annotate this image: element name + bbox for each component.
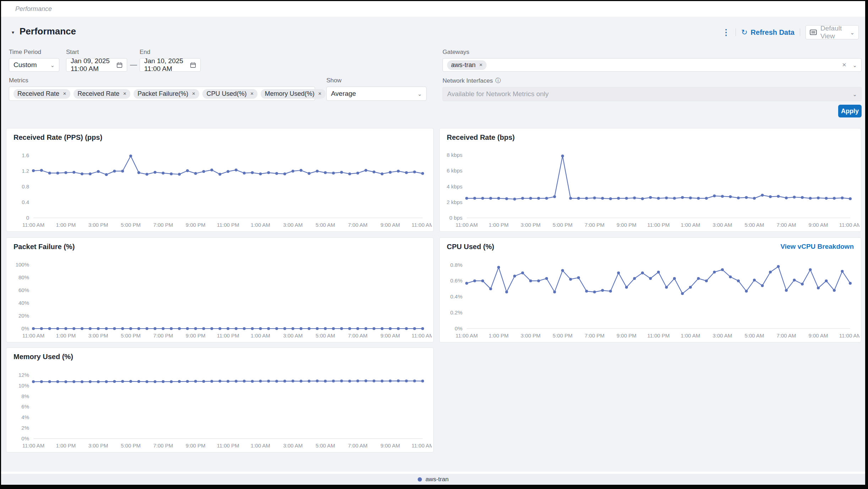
show-value: Average — [331, 90, 356, 98]
legend-series-label[interactable]: aws-tran — [425, 476, 449, 483]
svg-text:0.2%: 0.2% — [450, 309, 462, 315]
svg-text:1:00 PM: 1:00 PM — [489, 222, 509, 228]
svg-text:0.4: 0.4 — [22, 199, 29, 205]
remove-chip-icon[interactable]: ✕ — [250, 91, 254, 96]
svg-text:1.2: 1.2 — [22, 168, 29, 174]
svg-text:2%: 2% — [21, 425, 29, 431]
svg-text:1:00 PM: 1:00 PM — [56, 333, 76, 339]
metric-chip: Memory Used(%) ✕ — [261, 89, 325, 99]
svg-text:11:00 PM: 11:00 PM — [647, 222, 669, 228]
end-date-input[interactable]: Jan 10, 2025 11:00 AM — [140, 58, 201, 72]
svg-text:7:00 AM: 7:00 AM — [776, 333, 796, 339]
chart-title: Received Rate (bps) — [447, 133, 515, 142]
svg-text:0 bps: 0 bps — [449, 215, 462, 221]
end-date-field: End Jan 10, 2025 11:00 AM — [140, 49, 201, 72]
packet-failure-chart[interactable]: 100%80%60%40%20%0%11:00 AM1:00 PM3:00 PM… — [9, 253, 432, 341]
gateways-field: Gateways aws-tran ✕ ✕ ⌄ — [443, 49, 862, 72]
svg-text:5:00 AM: 5:00 AM — [744, 222, 764, 228]
legend-series-dot[interactable] — [418, 477, 422, 482]
page-title: Performance — [20, 26, 76, 37]
svg-text:3:00 PM: 3:00 PM — [88, 443, 108, 449]
remove-chip-icon[interactable]: ✕ — [192, 91, 195, 96]
metric-chip-label: CPU Used(%) — [206, 90, 246, 98]
svg-text:0%: 0% — [455, 325, 462, 331]
collapse-caret-icon[interactable]: ▾ — [12, 29, 14, 35]
svg-text:0.6%: 0.6% — [450, 278, 462, 284]
svg-text:8 kbps: 8 kbps — [447, 152, 462, 158]
remove-chip-icon[interactable]: ✕ — [63, 91, 66, 96]
remove-chip-icon[interactable]: ✕ — [479, 62, 483, 67]
svg-text:5:00 AM: 5:00 AM — [315, 333, 335, 339]
calendar-icon[interactable] — [190, 62, 196, 68]
remove-chip-icon[interactable]: ✕ — [318, 91, 322, 96]
clear-field-icon[interactable]: ✕ — [842, 62, 847, 68]
svg-text:7:00 PM: 7:00 PM — [153, 222, 173, 228]
svg-text:1:00 AM: 1:00 AM — [251, 443, 270, 449]
metrics-input[interactable]: Received Rate ✕ Received Rate ✕ Packet F… — [9, 87, 315, 101]
gateway-chip-label: aws-tran — [451, 61, 476, 69]
gateways-label: Gateways — [443, 49, 862, 56]
start-date-value: Jan 09, 2025 11:00 AM — [71, 57, 116, 73]
metric-chip: Packet Failure(%) ✕ — [134, 89, 199, 99]
svg-text:11:00 AM: 11:00 AM — [839, 333, 859, 339]
svg-text:9:00 PM: 9:00 PM — [186, 222, 206, 228]
chart-title: Packet Failure (%) — [13, 243, 75, 251]
svg-text:7:00 PM: 7:00 PM — [153, 443, 173, 449]
kebab-menu-icon[interactable]: ⋮ — [722, 28, 730, 37]
svg-text:7:00 PM: 7:00 PM — [585, 222, 604, 228]
svg-text:5:00 PM: 5:00 PM — [553, 222, 573, 228]
svg-text:0.8: 0.8 — [22, 183, 29, 189]
refresh-data-button[interactable]: ↻ Refresh Data — [741, 28, 794, 37]
show-field: Show Average ⌄ — [326, 77, 427, 101]
time-period-label: Time Period — [9, 49, 59, 56]
cpu-used-chart[interactable]: 0.8%0.6%0.4%0.2%0%11:00 AM1:00 PM3:00 PM… — [442, 253, 859, 341]
gateways-input[interactable]: aws-tran ✕ ✕ ⌄ — [443, 58, 862, 72]
apply-button[interactable]: Apply — [838, 105, 862, 117]
svg-text:0%: 0% — [21, 325, 29, 331]
info-icon[interactable]: ⓘ — [495, 77, 501, 84]
svg-text:6 kbps: 6 kbps — [447, 167, 462, 174]
show-select[interactable]: Average ⌄ — [326, 87, 427, 101]
svg-text:1.6: 1.6 — [22, 152, 29, 158]
svg-text:7:00 AM: 7:00 AM — [348, 222, 368, 228]
svg-text:9:00 AM: 9:00 AM — [808, 222, 828, 228]
view-selector[interactable]: Default View ⌄ — [805, 25, 859, 39]
svg-text:11:00 AM: 11:00 AM — [456, 222, 478, 228]
metric-chip-label: Memory Used(%) — [265, 90, 314, 98]
calendar-icon[interactable] — [116, 62, 123, 68]
svg-text:6%: 6% — [21, 403, 29, 410]
refresh-label: Refresh Data — [751, 28, 794, 37]
metrics-label: Metrics — [9, 77, 315, 84]
svg-text:9:00 AM: 9:00 AM — [808, 333, 828, 339]
start-date-field: Start Jan 09, 2025 11:00 AM — [66, 49, 127, 72]
svg-text:9:00 PM: 9:00 PM — [617, 222, 636, 228]
received-rate-bps-chart[interactable]: 8 kbps6 kbps4 kbps2 kbps0 bps11:00 AM1:0… — [442, 144, 859, 230]
svg-text:4 kbps: 4 kbps — [447, 183, 462, 189]
svg-text:5:00 AM: 5:00 AM — [315, 222, 335, 228]
breadcrumb-item-performance[interactable]: Performance — [15, 5, 52, 13]
svg-text:3:00 AM: 3:00 AM — [712, 333, 732, 339]
chart-card-cpu-used: CPU Used (%) View vCPU Breakdown 0.8%0.6… — [439, 237, 861, 342]
network-interfaces-placeholder: Available for Network Metrics only — [447, 90, 549, 98]
svg-text:3:00 PM: 3:00 PM — [521, 222, 541, 228]
metric-chip-label: Received Rate — [77, 90, 119, 98]
metric-chip-label: Received Rate — [17, 90, 59, 98]
svg-text:0: 0 — [26, 215, 29, 221]
svg-text:9:00 AM: 9:00 AM — [380, 443, 400, 449]
remove-chip-icon[interactable]: ✕ — [123, 91, 126, 96]
chart-title: Memory Used (%) — [13, 353, 73, 361]
view-vcpu-breakdown-link[interactable]: View vCPU Breakdown — [780, 243, 854, 251]
svg-text:1:00 PM: 1:00 PM — [56, 222, 76, 228]
show-label: Show — [326, 77, 427, 84]
memory-used-chart[interactable]: 12%10%8%6%4%2%0%11:00 AM1:00 PM3:00 PM5:… — [9, 363, 432, 451]
svg-text:7:00 AM: 7:00 AM — [776, 222, 796, 228]
divider — [736, 28, 736, 36]
svg-text:1:00 AM: 1:00 AM — [251, 222, 270, 228]
svg-text:3:00 AM: 3:00 AM — [283, 333, 303, 339]
received-rate-pps-chart[interactable]: 1.61.20.80.4011:00 AM1:00 PM3:00 PM5:00 … — [9, 144, 432, 230]
chart-title: Received Rate (PPS) (pps) — [13, 133, 102, 142]
start-date-input[interactable]: Jan 09, 2025 11:00 AM — [66, 58, 127, 72]
svg-text:5:00 AM: 5:00 AM — [744, 333, 764, 339]
time-period-select[interactable]: Custom ⌄ — [9, 58, 59, 72]
svg-text:7:00 PM: 7:00 PM — [585, 333, 604, 339]
